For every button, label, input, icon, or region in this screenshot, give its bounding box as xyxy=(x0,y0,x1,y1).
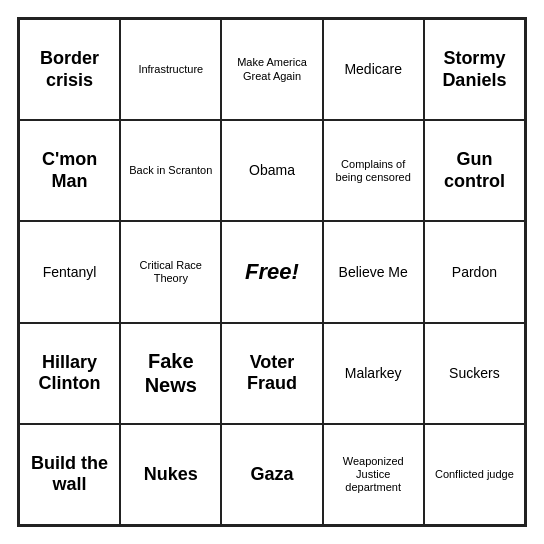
bingo-cell-r4c4: Conflicted judge xyxy=(424,424,525,525)
bingo-cell-r0c4: Stormy Daniels xyxy=(424,19,525,120)
bingo-cell-r4c2: Gaza xyxy=(221,424,322,525)
bingo-cell-r2c1: Critical Race Theory xyxy=(120,221,221,322)
bingo-cell-r4c3: Weaponized Justice department xyxy=(323,424,424,525)
bingo-cell-r1c1: Back in Scranton xyxy=(120,120,221,221)
bingo-cell-r3c1: Fake News xyxy=(120,323,221,424)
bingo-board: Border crisisInfrastructureMake America … xyxy=(17,17,527,527)
bingo-cell-r4c1: Nukes xyxy=(120,424,221,525)
bingo-cell-r2c3: Believe Me xyxy=(323,221,424,322)
bingo-cell-r0c2: Make America Great Again xyxy=(221,19,322,120)
bingo-cell-r3c3: Malarkey xyxy=(323,323,424,424)
bingo-cell-r3c4: Suckers xyxy=(424,323,525,424)
bingo-cell-r3c0: Hillary Clinton xyxy=(19,323,120,424)
bingo-cell-r4c0: Build the wall xyxy=(19,424,120,525)
bingo-cell-r0c3: Medicare xyxy=(323,19,424,120)
bingo-cell-r2c4: Pardon xyxy=(424,221,525,322)
bingo-cell-r1c2: Obama xyxy=(221,120,322,221)
bingo-cell-r1c4: Gun control xyxy=(424,120,525,221)
bingo-cell-r0c1: Infrastructure xyxy=(120,19,221,120)
bingo-cell-r2c0: Fentanyl xyxy=(19,221,120,322)
bingo-cell-r2c2: Free! xyxy=(221,221,322,322)
bingo-cell-r3c2: Voter Fraud xyxy=(221,323,322,424)
bingo-cell-r0c0: Border crisis xyxy=(19,19,120,120)
bingo-cell-r1c3: Complains of being censored xyxy=(323,120,424,221)
bingo-cell-r1c0: C'mon Man xyxy=(19,120,120,221)
